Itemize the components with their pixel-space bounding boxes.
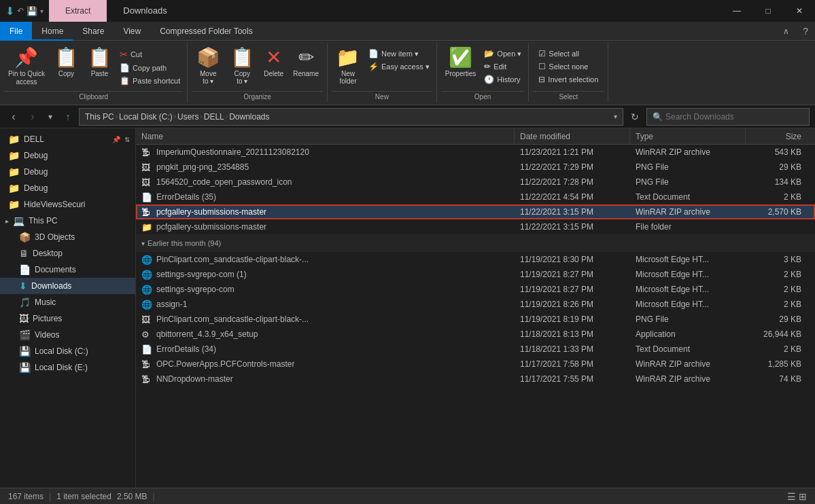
path-part-dell[interactable]: DELL — [204, 112, 224, 122]
recent-locations-button[interactable]: ▾ — [44, 109, 57, 125]
path-part-users[interactable]: Users — [177, 112, 198, 122]
path-part-local-disk[interactable]: Local Disk (C:) — [119, 112, 173, 122]
chevron-down-icon[interactable]: ▾ — [141, 240, 145, 247]
tab-extract[interactable]: Extract — [49, 0, 107, 22]
delete-button[interactable]: ✕ Delete — [260, 45, 288, 79]
table-row-selected[interactable]: 🗜 pcfgallery-submissions-master 11/22/20… — [136, 204, 815, 219]
refresh-button[interactable]: ↻ — [626, 108, 644, 126]
invert-selection-button[interactable]: ⊟ Invert selection — [533, 73, 604, 86]
table-row[interactable]: 🗜 NNDropdown-master 11/17/2021 7:55 PM W… — [136, 372, 815, 386]
undo-icon[interactable]: ↶ — [17, 6, 24, 16]
file-list[interactable]: 🗜 ImperiumQuestionnaire_20211123082120 1… — [136, 145, 815, 488]
col-header-name[interactable]: Name — [136, 128, 515, 145]
sidebar-item-3d-objects[interactable]: 📦 3D Objects — [0, 229, 135, 245]
table-row[interactable]: 🌐 assign-1 11/19/2021 8:26 PM Microsoft … — [136, 297, 815, 312]
sidebar-item-music[interactable]: 🎵 Music — [0, 294, 135, 310]
table-row[interactable]: 📄 ErrorDetails (34) 11/18/2021 1:33 PM T… — [136, 342, 815, 357]
details-view-button[interactable]: ☰ — [787, 491, 796, 502]
folder-icon: 📁 — [8, 166, 20, 177]
rename-button[interactable]: ✏ Rename — [289, 45, 323, 79]
sidebar-item-hideviews[interactable]: 📁 HideViewsSecuri — [0, 196, 135, 213]
address-path[interactable]: This PC › Local Disk (C:) › Users › DELL… — [79, 108, 623, 126]
new-folder-button[interactable]: 📁 Newfolder — [332, 45, 364, 86]
tab-share[interactable]: Share — [73, 22, 114, 41]
sidebar-item-videos[interactable]: 🎬 Videos — [0, 327, 135, 343]
col-header-size[interactable]: Size — [746, 128, 807, 145]
copy-path-button[interactable]: 📄 Copy path — [117, 62, 183, 74]
copy-to-button[interactable]: 📋 Copyto ▾ — [226, 45, 258, 86]
col-header-date[interactable]: Date modified — [515, 128, 630, 145]
easy-access-button[interactable]: ⚡ Easy access ▾ — [366, 60, 432, 73]
group-header: ▾ Earlier this month (94) — [136, 234, 815, 252]
sidebar: 📁 DELL 📌 ⇅ 📁 Debug 📁 Debug 📁 Debug 📁 Hid… — [0, 128, 136, 488]
sidebar-item-debug-1[interactable]: 📁 Debug — [0, 147, 135, 164]
table-row[interactable]: 🌐 settings-svgrepo-com (1) 11/19/2021 8:… — [136, 267, 815, 282]
table-row[interactable]: 🌐 settings-svgrepo-com 11/19/2021 8:27 P… — [136, 282, 815, 297]
tab-compressed[interactable]: Compressed Folder Tools — [150, 22, 262, 41]
paste-button[interactable]: 📋 Paste — [84, 45, 116, 79]
sidebar-item-local-disk-e[interactable]: 💾 Local Disk (E:) — [0, 359, 135, 376]
help-icon[interactable]: ? — [796, 26, 815, 37]
sidebar-item-documents[interactable]: 📄 Documents — [0, 262, 135, 278]
new-item-button[interactable]: 📄 New item ▾ — [366, 48, 432, 60]
table-row[interactable]: 📄 ErrorDetails (35) 11/22/2021 4:54 PM T… — [136, 190, 815, 204]
large-icons-button[interactable]: ⊞ — [799, 491, 807, 502]
select-none-button[interactable]: ☐ Select none — [533, 60, 604, 73]
edit-button[interactable]: ✏ Edit — [481, 60, 524, 73]
sidebar-item-debug-3[interactable]: 📁 Debug — [0, 180, 135, 196]
tab-file[interactable]: File — [0, 22, 32, 41]
table-row[interactable]: 📁 pcfgallery-submissions-master 11/22/20… — [136, 219, 815, 234]
table-row[interactable]: 🗜 ImperiumQuestionnaire_20211123082120 1… — [136, 145, 815, 160]
path-sep-4: › — [226, 113, 228, 120]
move-to-button[interactable]: 📦 Moveto ▾ — [192, 45, 224, 86]
disk-e-icon: 💾 — [19, 362, 31, 373]
sidebar-item-downloads[interactable]: ⬇ Downloads — [0, 278, 135, 294]
paste-shortcut-button[interactable]: 📋 Paste shortcut — [117, 75, 183, 87]
col-header-type[interactable]: Type — [630, 128, 746, 145]
sidebar-item-dell[interactable]: 📁 DELL 📌 ⇅ — [0, 131, 135, 147]
sidebar-item-pictures[interactable]: 🖼 Pictures — [0, 310, 135, 327]
cut-button[interactable]: ✂ Cut — [117, 48, 183, 61]
path-part-downloads[interactable]: Downloads — [229, 112, 269, 122]
table-row[interactable]: 🖼 PinClipart.com_sandcastle-clipart-blac… — [136, 312, 815, 327]
tab-home[interactable]: Home — [32, 22, 73, 41]
table-row[interactable]: 🗜 OPC.PowerApps.PCFControls-master 11/17… — [136, 357, 815, 372]
ribbon-collapse[interactable]: ∧ — [776, 26, 796, 36]
title-bar-dropdown[interactable]: ▾ — [40, 7, 44, 15]
close-button[interactable]: ✕ — [784, 0, 815, 22]
png-icon: 🖼 — [141, 162, 152, 173]
sidebar-item-local-disk-c[interactable]: 💾 Local Disk (C:) — [0, 343, 135, 359]
videos-icon: 🎬 — [19, 329, 31, 340]
path-part-this-pc[interactable]: This PC — [85, 112, 114, 122]
history-button[interactable]: 🕐 History — [481, 73, 524, 86]
file-name: 1564520_code_open_password_icon — [156, 177, 292, 187]
table-row[interactable]: 🌐 PinClipart.com_sandcastle-clipart-blac… — [136, 252, 815, 267]
up-directory-button[interactable]: ↑ — [60, 109, 76, 125]
save-icon[interactable]: 💾 — [27, 6, 37, 16]
search-input[interactable] — [665, 112, 803, 122]
table-row[interactable]: ⚙ qbittorrent_4.3.9_x64_setup 11/18/2021… — [136, 327, 815, 342]
forward-button[interactable]: › — [24, 109, 41, 125]
file-name: ErrorDetails (34) — [156, 344, 216, 354]
table-row[interactable]: 🖼 pngkit_png-png_2354885 11/22/2021 7:29… — [136, 160, 815, 175]
tab-downloads[interactable]: Downloads — [107, 0, 183, 22]
properties-button[interactable]: ✅ Properties — [441, 45, 481, 79]
select-all-button[interactable]: ☑ Select all — [533, 48, 604, 60]
file-list-header: Name Date modified Type Size — [136, 128, 815, 145]
search-box[interactable]: 🔍 — [646, 108, 810, 126]
sidebar-item-debug-2[interactable]: 📁 Debug — [0, 164, 135, 180]
pin-quick-access-button[interactable]: 📌 Pin to Quickaccess — [4, 45, 49, 88]
file-name: PinClipart.com_sandcastle-clipart-black-… — [156, 314, 309, 324]
open-button[interactable]: 📂 Open ▾ — [481, 48, 524, 60]
pictures-icon: 🖼 — [19, 313, 29, 324]
minimize-button[interactable]: — — [721, 0, 752, 22]
sidebar-item-this-pc[interactable]: ▸ 💻 This PC — [0, 213, 135, 229]
sidebar-item-desktop[interactable]: 🖥 Desktop — [0, 245, 135, 262]
copy-button[interactable]: 📋 Copy — [50, 45, 82, 79]
edge-icon: 🌐 — [141, 285, 152, 295]
selected-count: 1 item selected — [56, 492, 111, 501]
back-button[interactable]: ‹ — [5, 109, 22, 125]
maximize-button[interactable]: □ — [752, 0, 784, 22]
table-row[interactable]: 🖼 1564520_code_open_password_icon 11/22/… — [136, 175, 815, 190]
tab-view[interactable]: View — [114, 22, 150, 41]
